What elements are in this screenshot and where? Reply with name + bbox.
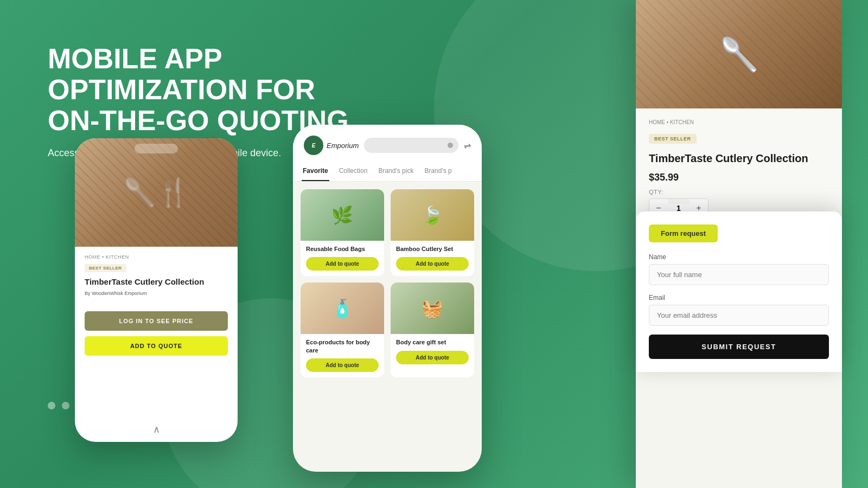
app-header: E Emporium ⇌ xyxy=(293,125,482,162)
product-card-1-image: 🌿 xyxy=(301,189,384,241)
email-input[interactable] xyxy=(649,305,829,326)
phone-left-content: HOME • KITCHEN BEST SELLER TimberTaste C… xyxy=(75,247,238,363)
form-request-panel: Form request Name Email SUBMIT REQUEST xyxy=(636,211,842,372)
search-bar[interactable] xyxy=(364,138,458,153)
add-to-quote-product-3[interactable]: Add to quote xyxy=(306,358,379,372)
app-logo: E xyxy=(304,136,323,155)
product-grid: 🌿 Reusable Food Bags Add to quote 🍃 Bamb… xyxy=(293,182,482,385)
phone-center: E Emporium ⇌ Favorite Collection Brand's… xyxy=(293,125,482,472)
filter-icon[interactable]: ⇌ xyxy=(464,140,471,151)
phone-left-breadcrumb: HOME • KITCHEN xyxy=(85,254,228,260)
dot-2[interactable] xyxy=(62,402,69,409)
email-label: Email xyxy=(649,294,829,301)
form-request-title: Form request xyxy=(649,224,718,242)
phone-right-product-image: 🥄 xyxy=(636,0,842,108)
phone-right-badge: BEST SELLER xyxy=(649,134,697,144)
product-card-2-image: 🍃 xyxy=(391,189,474,241)
phone-right-product-name: TimberTaste Cutlery Collection xyxy=(649,151,829,165)
product-card-4-title: Body care gift set xyxy=(396,338,469,346)
phone-left-badge: BEST SELLER xyxy=(85,264,126,272)
phone-right-breadcrumb: HOME • KITCHEN xyxy=(649,119,829,125)
scroll-up-icon[interactable]: ∧ xyxy=(153,423,160,435)
phone-left: HOME • KITCHEN BEST SELLER TimberTaste C… xyxy=(75,138,238,442)
app-logo-text: Emporium xyxy=(327,142,359,150)
phone-notch xyxy=(135,144,178,153)
add-to-quote-button-left[interactable]: ADD TO QUOTE xyxy=(85,336,228,356)
phone-left-product-image xyxy=(75,138,238,247)
add-to-quote-product-2[interactable]: Add to quote xyxy=(396,257,469,271)
phone-left-product-title: TimberTaste Cutlery Collection xyxy=(85,277,228,287)
app-tabs: Favorite Collection Brand's pick Brand's… xyxy=(293,162,482,182)
product-card-4-image: 🧺 xyxy=(391,282,474,334)
product-card-1-body: Reusable Food Bags Add to quote xyxy=(301,241,384,276)
submit-request-button[interactable]: SUBMIT REQUEST xyxy=(649,335,829,359)
tab-brands-p[interactable]: Brand's p xyxy=(423,162,452,181)
product-card-3-image: 🧴 xyxy=(301,282,384,334)
add-to-quote-product-4[interactable]: Add to quote xyxy=(396,351,469,364)
name-label: Name xyxy=(649,253,829,261)
tab-brands-pick[interactable]: Brand's pick xyxy=(377,162,414,181)
product-card-2-title: Bamboo Cutlery Set xyxy=(396,245,469,253)
product-card-2-body: Bamboo Cutlery Set Add to quote xyxy=(391,241,474,276)
product-card-3: 🧴 Eco-products for body care Add to quot… xyxy=(301,282,384,377)
product-card-4-body: Body care gift set Add to quote xyxy=(391,334,474,369)
qty-label: QTY: xyxy=(649,189,829,195)
add-to-quote-product-1[interactable]: Add to quote xyxy=(306,257,379,271)
login-to-see-price-button[interactable]: LOG IN TO SEE PRICE xyxy=(85,311,228,331)
product-card-1-title: Reusable Food Bags xyxy=(306,245,379,253)
product-card-3-title: Eco-products for body care xyxy=(306,338,379,354)
product-card-4: 🧺 Body care gift set Add to quote xyxy=(391,282,474,377)
hero-heading: MOBILE APP OPTIMIZATION FOR ON-THE-GO QU… xyxy=(48,43,362,137)
dot-1[interactable] xyxy=(48,402,55,409)
product-card-1: 🌿 Reusable Food Bags Add to quote xyxy=(301,189,384,276)
search-dot xyxy=(448,143,453,148)
phone-right-price: $35.99 xyxy=(649,172,829,183)
product-card-3-body: Eco-products for body care Add to quote xyxy=(301,334,384,377)
product-card-2: 🍃 Bamboo Cutlery Set Add to quote xyxy=(391,189,474,276)
tab-favorite[interactable]: Favorite xyxy=(302,162,329,181)
tab-collection[interactable]: Collection xyxy=(338,162,369,181)
name-input[interactable] xyxy=(649,264,829,285)
phone-left-vendor: By WoodenWhisk Emporium xyxy=(85,291,228,296)
